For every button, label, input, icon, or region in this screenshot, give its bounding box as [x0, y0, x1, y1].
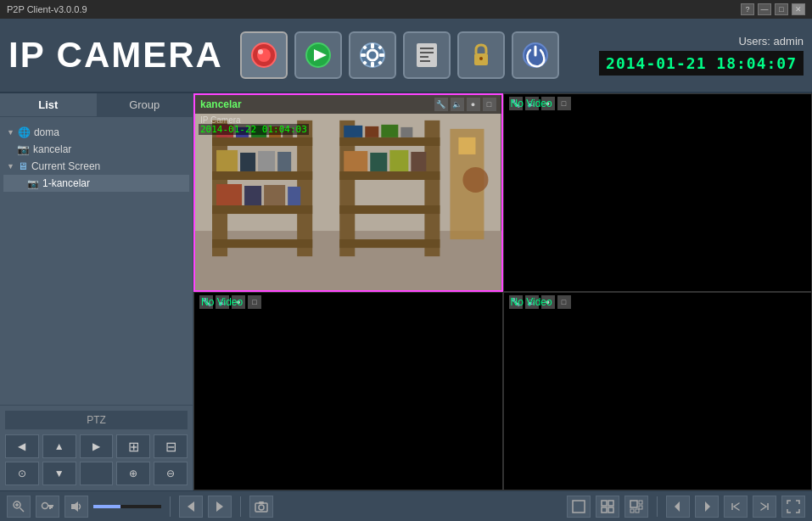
toolbar-lock-button[interactable] — [457, 31, 505, 79]
svg-rect-10 — [379, 53, 384, 57]
toolbar-power-button[interactable] — [512, 31, 559, 79]
main-area: List Group ▼ 🌐 doma 📷 kancelar ▼ 🖥 Curre… — [0, 93, 812, 490]
fullscreen-button[interactable] — [781, 496, 805, 518]
maximize-button[interactable]: □ — [775, 3, 788, 15]
tree-item-kancelar[interactable]: 📷 kancelar — [3, 141, 189, 158]
toolbar-playback-button[interactable] — [294, 31, 342, 79]
svg-marker-86 — [675, 501, 680, 512]
svg-point-66 — [42, 502, 48, 508]
cam1-record-button[interactable]: ● — [467, 98, 480, 111]
sidebar-tabs: List Group — [0, 93, 193, 117]
volume-fill — [93, 505, 120, 508]
nav-back-button[interactable] — [724, 496, 748, 518]
svg-point-2 — [258, 49, 263, 54]
ptz-preset-set-button[interactable]: ⊞ — [116, 434, 150, 458]
ptz-blank — [80, 462, 114, 485]
svg-marker-72 — [216, 501, 223, 512]
cam1-settings-button[interactable]: 🔧 — [434, 98, 448, 111]
toolbar — [240, 31, 599, 79]
ptz-label: PTZ — [5, 411, 188, 429]
ptz-section: PTZ ◀ ▲ ▶ ⊞ ⊟ ⊙ ▼ ⊕ ⊖ — [0, 405, 193, 490]
cam1-audio-button[interactable]: 🔈 — [451, 98, 464, 111]
grid-2x2-button[interactable] — [596, 496, 619, 518]
svg-rect-77 — [602, 501, 607, 506]
volume-slider[interactable] — [93, 505, 161, 508]
user-datetime: Users: admin 2014-01-21 18:04:07 — [599, 35, 804, 76]
toolbar-settings-button[interactable] — [349, 31, 396, 79]
globe-icon: 🌐 — [18, 126, 31, 138]
volume-icon-button[interactable] — [64, 496, 88, 518]
cam4-no-video: No Video — [511, 296, 552, 308]
ptz-right-button[interactable]: ▶ — [80, 434, 114, 458]
minimize-button[interactable]: — — [758, 3, 771, 15]
nav-right-button[interactable] — [695, 496, 719, 518]
grid-other-button[interactable] — [624, 496, 648, 518]
key-button[interactable] — [36, 496, 59, 518]
ptz-zoom-in-button[interactable]: ⊕ — [116, 462, 150, 485]
snapshot-button[interactable] — [249, 496, 273, 518]
ptz-preset-go-button[interactable]: ⊟ — [154, 434, 188, 458]
svg-rect-84 — [630, 509, 634, 513]
svg-rect-78 — [608, 501, 613, 506]
tree-item-current-screen[interactable]: ▼ 🖥 Current Screen — [3, 158, 189, 175]
sidebar-tree: ▼ 🌐 doma 📷 kancelar ▼ 🖥 Current Screen 📷… — [0, 117, 193, 405]
svg-rect-16 — [420, 48, 434, 49]
prev-button[interactable] — [179, 496, 203, 518]
user-info: Users: admin — [599, 35, 804, 48]
screen-icon: 🖥 — [18, 160, 28, 172]
ptz-down-button[interactable]: ▼ — [42, 462, 76, 485]
svg-rect-76 — [573, 501, 585, 513]
ptz-controls: ◀ ▲ ▶ ⊞ ⊟ ⊙ ▼ ⊕ ⊖ — [5, 434, 188, 485]
cam3-fullscreen-button[interactable]: □ — [248, 295, 261, 309]
tree-label-kancelar: kancelar — [33, 143, 71, 155]
cam1-controls: 🔧 🔈 ● □ — [434, 98, 496, 111]
next-button[interactable] — [208, 496, 232, 518]
cam1-header: kancelar 🔧 🔈 ● □ — [195, 95, 501, 114]
separator-3 — [657, 496, 658, 517]
app-title: P2P Client-v3.0.0.9 — [7, 4, 87, 14]
svg-rect-85 — [636, 509, 639, 513]
tab-list[interactable]: List — [0, 93, 97, 116]
cam2-fullscreen-button[interactable]: □ — [557, 97, 571, 110]
tree-item-1-kancelar[interactable]: 📷 1-kancelar — [3, 175, 189, 192]
tab-group[interactable]: Group — [97, 93, 193, 116]
ptz-center-button[interactable]: ⊙ — [5, 462, 39, 485]
ptz-up-button[interactable]: ▲ — [42, 434, 76, 458]
camera-small-icon: 📷 — [27, 178, 39, 189]
svg-rect-79 — [602, 507, 607, 513]
cam1-title: kancelar — [200, 98, 242, 110]
svg-marker-70 — [71, 501, 78, 512]
nav-left-button[interactable] — [666, 496, 690, 518]
svg-rect-15 — [417, 43, 437, 67]
expand-icon: ▼ — [7, 128, 14, 137]
svg-rect-82 — [639, 501, 642, 504]
tree-item-doma[interactable]: ▼ 🌐 doma — [3, 124, 189, 141]
nav-forward-button[interactable] — [753, 496, 776, 518]
bottom-toolbar — [0, 490, 812, 521]
cam3-no-video: No Video — [201, 296, 243, 308]
sidebar: List Group ▼ 🌐 doma 📷 kancelar ▼ 🖥 Curre… — [0, 93, 193, 490]
datetime-display: 2014-01-21 18:04:07 — [599, 51, 804, 76]
tree-label-doma: doma — [34, 126, 59, 138]
help-button[interactable]: ? — [741, 3, 754, 15]
cam4-fullscreen-button[interactable]: □ — [557, 295, 571, 309]
svg-rect-67 — [48, 505, 53, 507]
toolbar-live-button[interactable] — [240, 31, 288, 79]
ptz-zoom-out-button[interactable]: ⊖ — [154, 462, 188, 485]
camera-cell-2[interactable]: 🔧 🔈 ● □ No Video — [503, 93, 813, 292]
svg-line-63 — [20, 507, 25, 512]
ptz-left-button[interactable]: ◀ — [5, 434, 39, 458]
camera-cell-4[interactable]: 🔧 🔈 ● □ No Video — [503, 292, 813, 490]
svg-rect-8 — [371, 62, 374, 67]
toolbar-log-button[interactable] — [403, 31, 451, 79]
camera-cell-3[interactable]: 🔧 🔈 ● □ No Video — [193, 292, 503, 490]
grid-1x1-button[interactable] — [567, 496, 591, 518]
svg-rect-9 — [361, 53, 366, 57]
camera-cell-1[interactable]: kancelar 🔧 🔈 ● □ IP Camera 2014-01-22 01… — [193, 93, 503, 292]
close-button[interactable]: ✕ — [792, 3, 805, 15]
zoom-button[interactable] — [7, 496, 31, 518]
svg-rect-75 — [259, 501, 264, 504]
cam1-timestamp: 2014-01-22 01:04:03 — [199, 124, 309, 135]
cam1-fullscreen-button[interactable]: □ — [483, 98, 496, 111]
svg-point-74 — [259, 505, 264, 510]
